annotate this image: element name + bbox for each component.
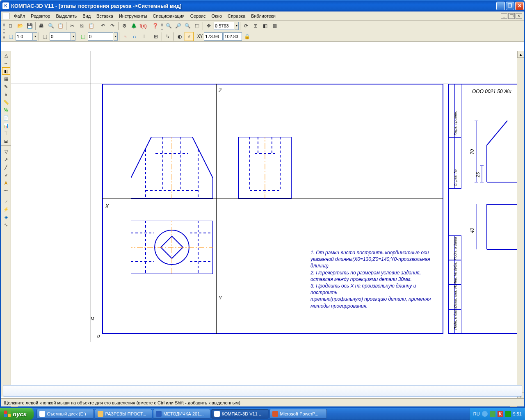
props-button[interactable]: ⚙: [120, 21, 129, 30]
scroll-up-button[interactable]: ▲: [517, 51, 524, 58]
coord-x-input[interactable]: [204, 32, 223, 41]
misc-tool-1[interactable]: ⟋: [2, 198, 10, 205]
mdi-minimize[interactable]: _: [501, 13, 507, 19]
refresh-button[interactable]: ⟳: [242, 21, 251, 30]
letter-tool[interactable]: A: [2, 179, 10, 187]
cut-button[interactable]: ✂: [68, 21, 77, 30]
task-word[interactable]: МЕТОДИЧКА 201...: [153, 409, 210, 419]
table-tool[interactable]: ⊞: [2, 137, 10, 145]
coord-lock-icon[interactable]: 🔒: [242, 32, 251, 41]
property-panel[interactable]: [3, 385, 522, 397]
menu-window[interactable]: Окно: [208, 13, 225, 19]
system-tray[interactable]: RU K 9:51: [470, 408, 525, 420]
maximize-button[interactable]: ❐: [506, 2, 514, 10]
zoom-dropdown[interactable]: ▾: [235, 22, 239, 30]
edit-tool[interactable]: ✎: [2, 83, 10, 90]
menu-insert[interactable]: Вставка: [94, 13, 116, 19]
geometry-tool[interactable]: △: [2, 52, 10, 59]
snap-magnet-off-icon[interactable]: ∩: [130, 32, 139, 41]
hatch-tool[interactable]: ▦: [2, 75, 10, 82]
snap-magnet-on-icon[interactable]: ∩: [121, 32, 130, 41]
state-input[interactable]: [50, 32, 71, 41]
tray-icon-k[interactable]: K: [498, 411, 503, 417]
menu-service[interactable]: Сервис: [187, 13, 209, 19]
copy-button[interactable]: ⎘: [77, 21, 86, 30]
layer-input[interactable]: [88, 32, 113, 41]
vertical-scrollbar[interactable]: ▲ ▼: [517, 51, 524, 399]
grid-icon[interactable]: ⊞: [151, 32, 160, 41]
cut-tool[interactable]: ▽: [2, 148, 10, 155]
tray-icon-1[interactable]: [482, 411, 488, 417]
ortho-icon[interactable]: ⊥: [139, 32, 148, 41]
orient-button[interactable]: ◧: [260, 21, 269, 30]
round-icon[interactable]: ◐: [175, 32, 184, 41]
paste-button[interactable]: 📋: [87, 21, 96, 30]
arrow-tool[interactable]: ↗: [2, 156, 10, 163]
close-button[interactable]: ✕: [515, 2, 524, 10]
report-tool[interactable]: 📊: [2, 122, 10, 129]
step-icon[interactable]: ⬚: [6, 32, 15, 41]
menu-file[interactable]: Файл: [11, 13, 28, 19]
toolbar-grip[interactable]: [3, 22, 5, 30]
start-button[interactable]: пуск: [0, 408, 34, 420]
save-button[interactable]: 💾: [25, 21, 34, 30]
pan-button[interactable]: ✥: [204, 21, 213, 30]
misc-tool-2[interactable]: ⚡: [2, 205, 10, 213]
zoom-out-button[interactable]: 🔍: [183, 21, 192, 30]
step-input[interactable]: [16, 32, 33, 41]
lang-indicator[interactable]: RU: [473, 411, 480, 416]
mdi-close[interactable]: ×: [516, 13, 522, 19]
select-tool[interactable]: %: [2, 106, 10, 114]
designations-tool[interactable]: ◧: [2, 67, 10, 75]
mdi-restore[interactable]: ❐: [508, 13, 515, 19]
tray-icon-2[interactable]: [490, 411, 495, 417]
new-button[interactable]: 🗋: [6, 21, 15, 30]
state-icon[interactable]: ⬚: [40, 32, 49, 41]
state-dropdown[interactable]: ▾: [71, 32, 75, 41]
drawing-canvas[interactable]: Z X Y М 0: [11, 51, 524, 397]
layer-icon[interactable]: ⬚: [78, 32, 87, 41]
task-removable-disk[interactable]: Съемный диск (E:): [37, 409, 94, 419]
tray-icon-3[interactable]: [505, 411, 511, 417]
print-button[interactable]: 🖶: [37, 21, 46, 30]
menu-editor[interactable]: Редактор: [28, 13, 53, 19]
menu-spec[interactable]: Спецификация: [150, 13, 187, 19]
minimize-button[interactable]: _: [496, 2, 505, 10]
misc-tool-3[interactable]: ◈: [2, 213, 10, 221]
menu-libraries[interactable]: Библиотеки: [248, 13, 278, 19]
shade-button[interactable]: ▦: [270, 21, 279, 30]
views-button[interactable]: ⊞: [251, 21, 260, 30]
redo-button[interactable]: ↷: [108, 21, 117, 30]
task-folder[interactable]: РАЗРЕЗЫ ПРОСТ...: [95, 409, 152, 419]
spec-button[interactable]: 📋: [56, 21, 65, 30]
task-powerpoint[interactable]: Microsoft PowerP...: [269, 409, 327, 419]
zoom-input[interactable]: [214, 22, 234, 30]
zoom-in-button[interactable]: 🔎: [173, 21, 183, 30]
toolbar-grip[interactable]: [3, 32, 5, 41]
document-icon[interactable]: [3, 13, 9, 19]
params-tool[interactable]: λ: [2, 91, 10, 98]
local-sys-icon[interactable]: ↳: [163, 32, 172, 41]
vars-button[interactable]: f(x): [139, 21, 148, 30]
break-tool[interactable]: ⫽: [2, 171, 10, 179]
menu-help[interactable]: Справка: [225, 13, 248, 19]
misc-tool-4[interactable]: ∿: [2, 221, 10, 228]
spec-tool[interactable]: 📄: [2, 114, 10, 121]
param-icon[interactable]: ⫽: [185, 32, 194, 41]
measure-tool[interactable]: 📏: [2, 98, 10, 106]
step-dropdown[interactable]: ▾: [33, 32, 37, 41]
wave-tool[interactable]: 〰: [2, 187, 10, 194]
preview-button[interactable]: 🔍: [46, 21, 55, 30]
menu-select[interactable]: Выделить: [53, 13, 80, 19]
menu-tools[interactable]: Инструменты: [116, 13, 150, 19]
coord-y-input[interactable]: [223, 32, 242, 41]
tree-button[interactable]: 🌲: [129, 21, 138, 30]
zoom-window-button[interactable]: 🔍: [164, 21, 173, 30]
dimensions-tool[interactable]: ↔: [2, 59, 10, 67]
layer-dropdown[interactable]: ▾: [114, 32, 118, 41]
help-button[interactable]: ❓: [151, 21, 160, 30]
undo-button[interactable]: ↶: [98, 21, 107, 30]
menu-view[interactable]: Вид: [80, 13, 94, 19]
text-tool[interactable]: T: [2, 130, 10, 137]
open-button[interactable]: 📂: [16, 21, 25, 30]
